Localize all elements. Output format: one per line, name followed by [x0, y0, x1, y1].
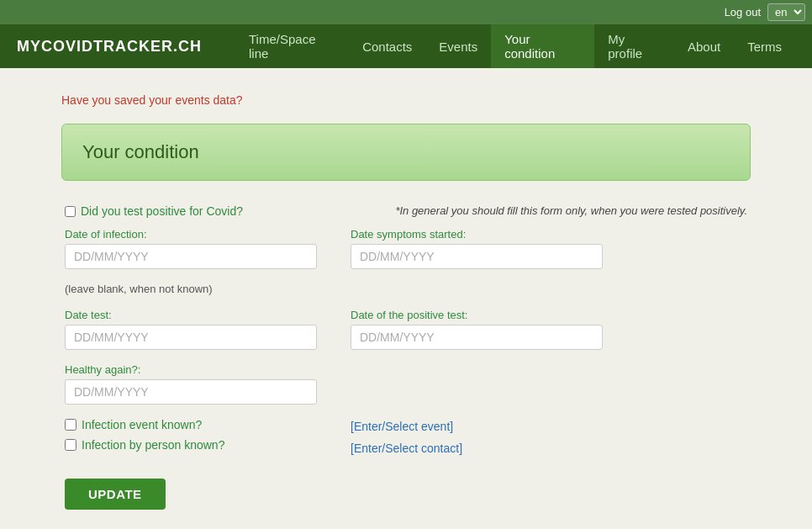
top-bar: Log out en de fr	[0, 0, 812, 24]
nav-your-condition[interactable]: Your condition	[491, 24, 594, 68]
section-title: Your condition	[82, 141, 730, 163]
infection-event-checkbox[interactable]	[65, 419, 76, 431]
nav-terms[interactable]: Terms	[734, 24, 795, 68]
logout-link[interactable]: Log out	[725, 6, 761, 19]
date-symptoms-input[interactable]	[351, 244, 603, 269]
date-infection-group: Date of infection:	[65, 228, 317, 269]
nav-contacts[interactable]: Contacts	[349, 24, 425, 68]
infection-event-label[interactable]: Infection event known?	[65, 418, 202, 431]
checkboxes-row: Infection event known? Infection by pers…	[65, 418, 747, 458]
enter-select-contact-link[interactable]: [Enter/Select contact]	[351, 442, 603, 455]
positive-question-label[interactable]: Did you test positive for Covid?	[65, 204, 243, 218]
date-positive-group: Date of the positive test:	[351, 309, 603, 350]
date-symptoms-group: Date symptoms started:	[351, 228, 603, 269]
healthy-again-label: Healthy again?:	[65, 363, 317, 376]
condition-card: Your condition	[61, 124, 751, 181]
nav-events[interactable]: Events	[425, 24, 491, 68]
positive-question-row: Did you test positive for Covid? *In gen…	[65, 204, 747, 218]
nav-timespace[interactable]: Time/Space line	[235, 24, 349, 68]
checkboxes-col: Infection event known? Infection by pers…	[65, 418, 317, 458]
infection-person-label[interactable]: Infection by person known?	[65, 438, 224, 452]
alert-message: Have you saved your events data?	[61, 93, 751, 107]
healthy-again-input[interactable]	[65, 379, 317, 405]
nav-about[interactable]: About	[674, 24, 734, 68]
date-row-1: Date of infection: Date symptoms started…	[65, 228, 747, 269]
update-button[interactable]: UPDATE	[65, 479, 166, 510]
checkboxes-list: Infection event known? Infection by pers…	[65, 418, 317, 452]
date-positive-label: Date of the positive test:	[351, 309, 603, 321]
infection-person-checkbox[interactable]	[65, 439, 76, 451]
date-test-label: Date test:	[65, 309, 317, 321]
condition-form: Did you test positive for Covid? *In gen…	[61, 204, 751, 510]
language-select[interactable]: en de fr	[767, 3, 805, 21]
date-test-input[interactable]	[65, 325, 317, 350]
date-symptoms-label: Date symptoms started:	[351, 228, 603, 241]
date-row-3: Healthy again?:	[65, 363, 747, 405]
date-infection-label: Date of infection:	[65, 228, 317, 241]
nav-bar: MYCOVIDTRACKER.CH Time/Space line Contac…	[0, 24, 812, 68]
general-note: *In general you should fill this form on…	[260, 204, 747, 217]
leave-blank-note: (leave blank, when not known)	[65, 283, 747, 295]
site-logo: MYCOVIDTRACKER.CH	[17, 38, 202, 56]
date-test-group: Date test:	[65, 309, 317, 350]
date-row-2: Date test: Date of the positive test:	[65, 309, 747, 350]
date-infection-input[interactable]	[65, 244, 317, 269]
nav-my-profile[interactable]: My profile	[594, 24, 674, 68]
links-col: [Enter/Select event] [Enter/Select conta…	[351, 418, 603, 458]
enter-select-event-link[interactable]: [Enter/Select event]	[351, 420, 603, 433]
date-positive-input[interactable]	[351, 325, 603, 350]
nav-links: Time/Space line Contacts Events Your con…	[235, 24, 795, 68]
positive-covid-checkbox[interactable]	[65, 206, 76, 217]
healthy-again-group: Healthy again?:	[65, 363, 317, 405]
main-content: Have you saved your events data? Your co…	[28, 93, 784, 510]
